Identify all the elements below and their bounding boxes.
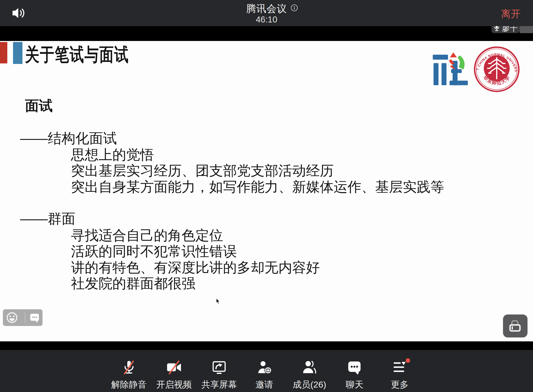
slide-line: 突出自身某方面能力，如写作能力、新媒体运作、基层实践等	[71, 178, 444, 197]
toolbar-item-label: 聊天	[346, 379, 363, 391]
toolbar-item-label: 更多	[391, 379, 409, 391]
shared-slide: 关于笔试与面试 EAST CHINA NORMAL UNIVERSITY	[0, 41, 533, 341]
mouse-cursor	[216, 298, 220, 304]
toolbar-item-share-screen[interactable]: 共享屏幕	[201, 360, 237, 390]
slide-line: 社发院的群面都很强	[71, 274, 195, 293]
meeting-title: 腾讯会议	[246, 2, 287, 15]
slide-accent-blue-bar	[13, 42, 22, 64]
toolbar-item-invite[interactable]: 邀请	[246, 360, 283, 390]
toolbar-item-unmute[interactable]: 解除静音	[111, 360, 147, 390]
toolbar-item-label: 邀请	[255, 379, 273, 391]
slide-heading: 面试	[25, 97, 53, 115]
more-lines-icon	[392, 360, 407, 375]
camera-muted-icon	[166, 360, 182, 375]
meeting-timer: 46:10	[256, 15, 277, 25]
tencent-meeting-window: 腾讯会议 46:10 离开 廖千 关于笔试与面试	[0, 0, 533, 392]
emoji-reaction-icon[interactable]	[6, 312, 18, 324]
top-bar: 腾讯会议 46:10 离开	[0, 0, 533, 26]
toolbar-item-chat[interactable]: 聊天	[336, 360, 373, 390]
speaker-icon[interactable]	[11, 6, 27, 20]
leave-button[interactable]: 离开	[501, 7, 521, 21]
slide-accent-red-bar	[0, 42, 7, 63]
microphone-muted-icon	[121, 360, 136, 375]
toolbar-item-members[interactable]: 成员(26)	[291, 360, 328, 390]
toolbar-item-more[interactable]: 更多	[381, 360, 418, 390]
slide-title: 关于笔试与面试	[25, 43, 129, 67]
window-mode-button[interactable]	[503, 314, 528, 337]
toolbar-item-label: 开启视频	[156, 379, 192, 391]
participant-name: 廖千	[502, 26, 518, 33]
section-label: ——结构化面试	[20, 129, 117, 148]
quick-chat-icon[interactable]	[29, 312, 40, 323]
notification-dot	[406, 358, 410, 363]
share-screen-icon	[212, 360, 227, 375]
toolbar-item-label: 成员(26)	[293, 379, 326, 391]
toolbar-item-label: 解除静音	[111, 379, 147, 391]
letterbox-band	[0, 341, 533, 350]
participant-name-tag[interactable]: 廖千	[492, 26, 520, 33]
info-icon[interactable]	[291, 4, 298, 11]
reaction-bar	[3, 309, 43, 326]
mic-icon	[494, 26, 500, 32]
university-seal-logo: EAST CHINA NORMAL UNIVERSITY 华东师范大学	[473, 44, 521, 96]
toolbar-item-start-video[interactable]: 开启视频	[156, 360, 192, 390]
window-toggle-icon	[508, 318, 523, 333]
members-icon	[302, 360, 317, 375]
department-logo	[431, 51, 469, 89]
divider	[25, 312, 25, 323]
section-label: ——群面	[20, 210, 75, 228]
bottom-toolbar: 解除静音 开启视频 共享屏幕	[0, 350, 533, 392]
chat-bubble-icon	[347, 360, 362, 375]
toolbar-item-label: 共享屏幕	[201, 379, 237, 391]
invite-person-icon	[257, 360, 272, 375]
video-thumbnail-edge	[520, 26, 533, 33]
